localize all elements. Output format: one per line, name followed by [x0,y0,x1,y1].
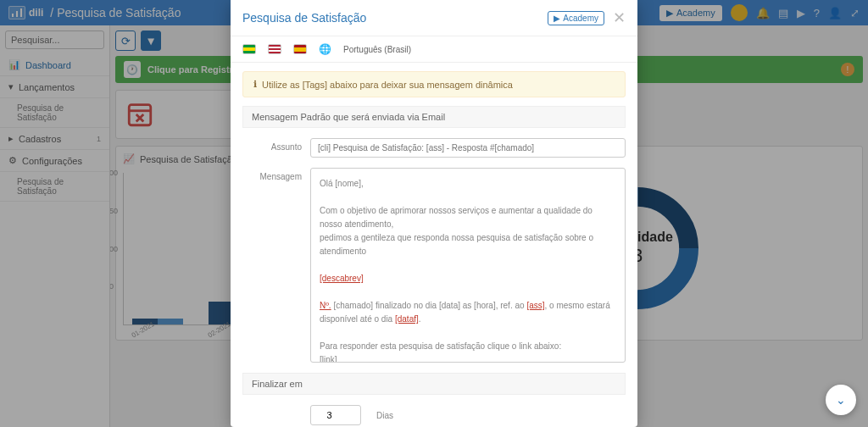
modal-title: Pesquisa de Satisfação [242,11,366,25]
modal: Pesquisa de Satisfação ▶Academy ✕ 🌐 Port… [231,0,637,427]
modal-academy-button[interactable]: ▶Academy [548,11,604,25]
subject-label: Assunto [242,138,302,158]
flag-br[interactable] [242,44,256,54]
language-tabs: 🌐 Português (Brasil) [231,36,637,63]
tags-alert: ℹ Utilize as [Tags] abaixo para deixar s… [242,71,626,97]
chevron-down-icon: ⌄ [836,393,846,407]
video-icon: ▶ [554,14,560,23]
globe-icon: 🌐 [319,43,331,55]
days-label: Dias [376,411,393,420]
info-icon: ℹ [253,79,257,90]
message-textarea[interactable]: Olá [nome], Com o objetivo de aprimorar … [310,168,626,363]
fab-button[interactable]: ⌄ [826,385,856,415]
flag-es[interactable] [293,44,307,54]
flag-us[interactable] [268,44,281,54]
subject-input[interactable] [310,138,626,158]
message-label: Mensagem [242,168,302,363]
finalize-section-title: Finalizar em [242,373,626,395]
close-icon[interactable]: ✕ [613,8,626,27]
email-section-title: Mensagem Padrão que será enviada via Ema… [242,106,626,128]
days-input[interactable] [310,405,361,425]
